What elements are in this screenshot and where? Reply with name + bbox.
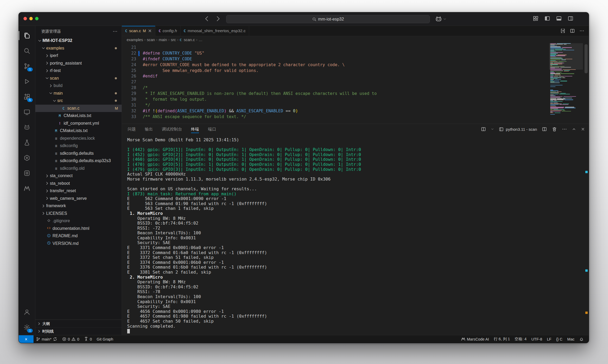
eol[interactable]: LF (544, 335, 554, 343)
forward-icon[interactable] (215, 15, 221, 22)
tree-item-main[interactable]: main (35, 90, 122, 97)
tree-item-.gitignore[interactable]: .gitignore (35, 217, 122, 225)
minimap[interactable] (549, 43, 583, 124)
activity-remote-explorer[interactable] (19, 104, 35, 120)
activity-search[interactable] (19, 43, 35, 59)
tab-scan.c[interactable]: Cscan.cM (122, 26, 155, 36)
tree-item-idf_component.yml[interactable]: !idf_component.yml (35, 120, 122, 127)
breadcrumb-scan[interactable]: scan (147, 38, 155, 42)
split-editor-icon[interactable] (570, 28, 575, 33)
back-icon[interactable] (203, 15, 210, 22)
more-icon[interactable] (579, 28, 585, 33)
git-graph-status[interactable]: Git Graph (94, 335, 116, 343)
breadcrumb-scan.c[interactable]: C scan.c (180, 38, 195, 42)
editor-scrollbar[interactable] (583, 43, 589, 124)
breadcrumb-src[interactable]: src (171, 38, 176, 42)
minimize-window-button[interactable] (29, 17, 33, 20)
toggle-panel-icon[interactable] (556, 16, 562, 21)
language-mode[interactable]: {} C (554, 335, 565, 343)
close-window-button[interactable] (23, 17, 27, 20)
tree-item-scan[interactable]: scan (35, 75, 122, 82)
activity-settings[interactable]: 1 (19, 320, 35, 335)
toggle-secondary-sidebar-icon[interactable] (568, 16, 573, 21)
sidebar-more-actions-icon[interactable]: ⋯ (113, 28, 118, 34)
kill-terminal-icon[interactable] (552, 127, 557, 132)
open-changes-icon[interactable] (560, 28, 566, 33)
tree-item-framework[interactable]: framework (35, 202, 122, 210)
terminal-output[interactable]: Morse Scan Demo (Built Feb 11 2025 13:41… (122, 134, 589, 335)
panel-tab-问题[interactable]: 问题 (128, 124, 136, 134)
tree-item-web_camera_serve[interactable]: web_camera_serve (35, 195, 122, 202)
tab-mmosal_shim_freertos_esp32.c[interactable]: Cmmosal_shim_freertos_esp32.c (180, 26, 249, 36)
terminal-session-item[interactable]: python3.11 - scan (499, 127, 537, 132)
tree-item-CMakeLists.txt[interactable]: MCMakeLists.txt (35, 127, 122, 135)
marscode-status[interactable]: MarsCode AI (459, 335, 491, 343)
remote-indicator[interactable] (19, 335, 34, 343)
tab-close-icon[interactable] (148, 29, 152, 33)
activity-plugin[interactable] (19, 150, 35, 166)
launch-profile-icon[interactable] (481, 127, 486, 132)
tree-item-MM-IOT-ESP32[interactable]: MM-IOT-ESP32 (35, 37, 122, 45)
terminal-line: Scanning completed. (127, 324, 581, 329)
panel-tab-终端[interactable]: 终端 (191, 124, 199, 134)
breadcrumb-…[interactable]: … (199, 38, 203, 42)
git-branch-status[interactable]: main* (34, 335, 60, 343)
tree-item-transfer_reset[interactable]: transfer_reset (35, 187, 122, 195)
tree-item-examples[interactable]: examples (35, 45, 122, 52)
customize-layout-icon[interactable] (533, 16, 539, 21)
tree-item-build[interactable]: build (35, 82, 122, 90)
tree-item-scan.c[interactable]: Cscan.cM (35, 105, 122, 112)
tree-item-sta_reboot[interactable]: sta_reboot (35, 180, 122, 187)
cursor-position[interactable]: 行 6, 列 1 (491, 335, 512, 343)
tree-item-iperf[interactable]: iperf (35, 52, 122, 60)
tree-item-sdkconfig.defaults[interactable]: ≡sdkconfig.defaults (35, 150, 122, 157)
tree-item-README.md[interactable]: README.md (35, 232, 122, 240)
activity-explorer[interactable] (19, 28, 35, 43)
panel-tab-端口[interactable]: 端口 (208, 124, 216, 134)
activity-pause[interactable] (19, 166, 35, 181)
sidebar-section-时间线[interactable]: 时间线 (35, 327, 122, 335)
activity-ai-bot[interactable] (19, 120, 35, 135)
tree-item-sdkconfig[interactable]: ≡sdkconfig (35, 142, 122, 150)
tree-item-sdkconfig.old[interactable]: ≡sdkconfig.old (35, 165, 122, 172)
command-center-search[interactable]: mm-iot-esp32 (226, 15, 430, 23)
breadcrumb-examples[interactable]: examples (127, 38, 143, 42)
maximize-panel-icon[interactable] (572, 127, 576, 131)
panel-tab-调试控制台[interactable]: 调试控制台 (162, 124, 182, 134)
tree-item-documentation.html[interactable]: documentation.html (35, 225, 122, 232)
tree-item-dependencies.lock[interactable]: ≡dependencies.lock (35, 135, 122, 142)
notifications[interactable] (577, 335, 586, 343)
launch-profile-chevron-icon[interactable] (491, 128, 494, 131)
tab-config.h[interactable]: Cconfig.h (155, 26, 180, 36)
tree-item-VERSION.md[interactable]: VERSION.md (35, 240, 122, 247)
activity-extensions[interactable]: 5 (19, 89, 35, 104)
encoding[interactable]: UTF-8 (529, 335, 544, 343)
tree-item-rf-test[interactable]: rf-test (35, 67, 122, 75)
panel-tab-输出[interactable]: 输出 (145, 124, 153, 134)
activity-source-control[interactable]: 1 (19, 59, 35, 74)
zoom-window-button[interactable] (35, 17, 39, 20)
tree-item-porting_assistant[interactable]: porting_assistant (35, 60, 122, 67)
tree-item-src[interactable]: src (35, 97, 122, 105)
activity-marscode[interactable] (19, 181, 35, 196)
tree-item-CMakeLists.txt[interactable]: MCMakeLists.txt (35, 112, 122, 120)
breadcrumb-main[interactable]: main (159, 38, 167, 42)
toggle-sidebar-icon[interactable] (544, 16, 550, 21)
problems-status[interactable]: 00 (60, 335, 82, 343)
activity-run-debug[interactable] (19, 74, 35, 89)
split-terminal-icon[interactable] (542, 127, 547, 132)
tree-item-LICENSES[interactable]: LICENSES (35, 210, 122, 217)
activity-lab[interactable] (19, 135, 35, 150)
code-editor[interactable]: 2122#define COUNTRY_CODE "US"23#ifndef C… (122, 43, 589, 124)
activity-bar: 151 (19, 26, 35, 335)
close-panel-icon[interactable] (581, 127, 585, 131)
sidebar-section-大纲[interactable]: 大纲 (35, 320, 122, 327)
keymap[interactable]: Mac (565, 335, 577, 343)
activity-account[interactable] (19, 304, 35, 320)
indentation[interactable]: 空格: 4 (512, 335, 529, 343)
ai-assistant-button[interactable] (435, 16, 446, 22)
ports-status[interactable]: 0 (82, 335, 94, 343)
tree-item-sta_connect[interactable]: sta_connect (35, 172, 122, 180)
panel-more-actions-icon[interactable] (562, 127, 567, 132)
tree-item-sdkconfig.defaults.esp32s3[interactable]: ≡sdkconfig.defaults.esp32s3 (35, 157, 122, 165)
